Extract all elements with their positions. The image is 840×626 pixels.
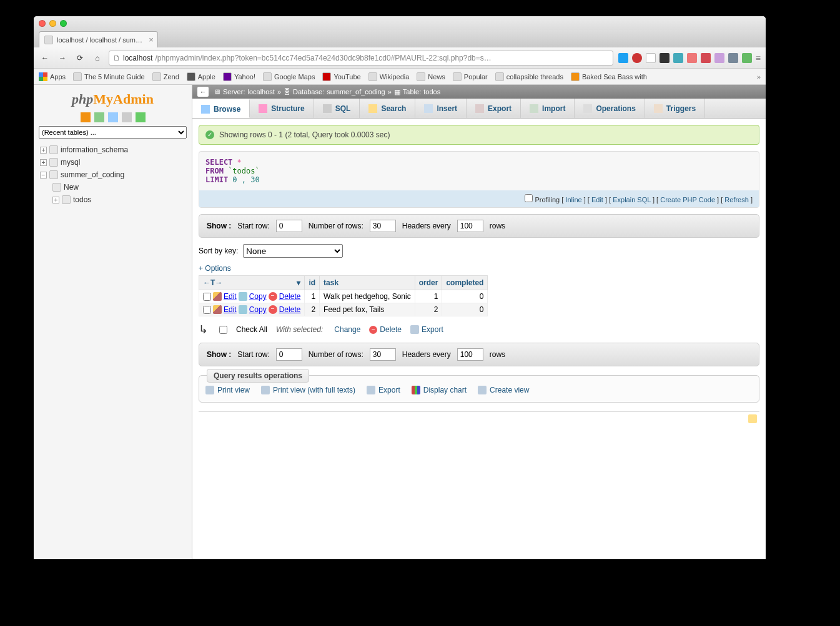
- tree-db-summer-of-coding[interactable]: −summer_of_coding: [37, 169, 192, 181]
- export-results[interactable]: Export: [367, 386, 400, 394]
- delete-row[interactable]: Delete: [279, 292, 301, 301]
- export-selected[interactable]: Export: [410, 325, 443, 334]
- delete-row[interactable]: Delete: [279, 305, 301, 314]
- reload-icon[interactable]: [136, 112, 146, 122]
- col-id[interactable]: id: [305, 276, 320, 290]
- bookmark-item[interactable]: Yahoo!: [223, 72, 255, 81]
- pocket-icon[interactable]: [701, 53, 711, 63]
- tree-table-todos[interactable]: +todos: [37, 193, 192, 206]
- logout-icon[interactable]: [94, 112, 104, 122]
- docs-icon[interactable]: [122, 112, 132, 122]
- tab-export[interactable]: Export: [467, 99, 521, 118]
- tab-operations[interactable]: Operations: [575, 99, 645, 118]
- bookmark-item[interactable]: Baked Sea Bass with: [571, 72, 647, 81]
- tree-db-information-schema[interactable]: +information_schema: [37, 144, 192, 156]
- col-order[interactable]: order: [415, 276, 442, 290]
- edit-row[interactable]: Edit: [224, 292, 237, 301]
- start-row-input[interactable]: [276, 220, 302, 232]
- breadcrumb-table[interactable]: todos: [423, 88, 440, 95]
- back-icon[interactable]: ←: [197, 87, 209, 97]
- extension-icon[interactable]: [714, 53, 724, 63]
- change-selected[interactable]: Change: [332, 325, 360, 334]
- amazon-icon[interactable]: [673, 53, 683, 63]
- sort-select[interactable]: None: [243, 244, 343, 258]
- evernote-icon[interactable]: [742, 53, 752, 63]
- star-icon[interactable]: [646, 53, 656, 63]
- minimize-window-icon[interactable]: [49, 20, 56, 27]
- apps-button[interactable]: Apps: [39, 72, 66, 81]
- tab-search[interactable]: Search: [360, 99, 415, 118]
- bookmark-item[interactable]: The 5 Minute Guide: [73, 72, 145, 81]
- collapse-icon[interactable]: −: [40, 172, 47, 179]
- tree-db-mysql[interactable]: +mysql: [37, 156, 192, 169]
- query-window-icon[interactable]: [108, 112, 118, 122]
- extension-icon[interactable]: [687, 53, 697, 63]
- tab-structure[interactable]: Structure: [250, 99, 314, 118]
- tab-insert[interactable]: Insert: [415, 99, 467, 118]
- tab-browse[interactable]: Browse: [192, 99, 250, 118]
- row-checkbox[interactable]: [203, 306, 211, 314]
- bookmark-item[interactable]: YouTube: [322, 72, 360, 81]
- bookmark-item[interactable]: Apple: [187, 72, 215, 81]
- copy-row[interactable]: Copy: [249, 305, 267, 314]
- breadcrumb-server[interactable]: localhost: [247, 88, 274, 95]
- profiling-checkbox[interactable]: [525, 194, 533, 202]
- reload-button[interactable]: ⟳: [74, 52, 86, 64]
- num-rows-input[interactable]: [370, 220, 396, 232]
- col-task[interactable]: task: [320, 276, 415, 290]
- delete-selected[interactable]: −Delete: [369, 325, 402, 334]
- copy-row[interactable]: Copy: [249, 292, 267, 301]
- print-view[interactable]: Print view: [205, 386, 250, 394]
- bookmark-item[interactable]: Wikipedia: [368, 72, 410, 81]
- forward-button[interactable]: →: [56, 52, 69, 64]
- bookmark-item[interactable]: Popular: [453, 72, 488, 81]
- tab-triggers[interactable]: Triggers: [645, 99, 705, 118]
- console-icon[interactable]: [748, 414, 757, 423]
- home-button[interactable]: ⌂: [91, 52, 104, 64]
- expand-icon[interactable]: +: [52, 197, 59, 203]
- home-icon[interactable]: [81, 112, 91, 122]
- url-field[interactable]: 🗋 localhost/phpmyadmin/index.php?token=b…: [109, 51, 613, 66]
- tab-import[interactable]: Import: [521, 99, 575, 118]
- expand-icon[interactable]: +: [40, 159, 47, 166]
- breadcrumb-database[interactable]: summer_of_coding: [327, 88, 385, 95]
- tab-sql[interactable]: SQL: [314, 99, 360, 118]
- twitter-icon[interactable]: [618, 53, 628, 63]
- expand-icon[interactable]: +: [40, 147, 47, 154]
- chevron-down-icon[interactable]: ▾: [297, 278, 300, 287]
- edit-link[interactable]: Edit: [591, 196, 603, 203]
- display-chart[interactable]: Display chart: [412, 386, 467, 394]
- check-all-checkbox[interactable]: [219, 326, 227, 334]
- back-button[interactable]: ←: [39, 52, 51, 64]
- edit-row[interactable]: Edit: [224, 305, 237, 314]
- start-row-input[interactable]: [276, 348, 302, 361]
- explain-link[interactable]: Explain SQL: [613, 196, 651, 203]
- bookmark-item[interactable]: collapsible threads: [495, 72, 563, 81]
- refresh-link[interactable]: Refresh: [724, 196, 749, 203]
- col-completed[interactable]: completed: [442, 276, 488, 290]
- inline-link[interactable]: Inline: [565, 196, 581, 203]
- zoom-window-icon[interactable]: [60, 20, 67, 27]
- bookmark-item[interactable]: Zend: [152, 72, 179, 81]
- num-rows-input[interactable]: [370, 348, 396, 361]
- bookmark-item[interactable]: Google Maps: [263, 72, 315, 81]
- browser-tab[interactable]: localhost / localhost / sum… ×: [39, 31, 158, 47]
- bookmarks-overflow-icon[interactable]: »: [757, 73, 761, 81]
- row-checkbox[interactable]: [203, 293, 211, 301]
- bookmark-item[interactable]: News: [417, 72, 445, 81]
- recent-tables-select[interactable]: (Recent tables) ...: [39, 126, 187, 139]
- headers-every-input[interactable]: [457, 220, 483, 232]
- col-nav[interactable]: ←T→ ▾: [199, 276, 305, 290]
- headers-every-input[interactable]: [457, 348, 483, 361]
- extension-icon[interactable]: [632, 53, 642, 63]
- extension-icon[interactable]: [660, 53, 670, 63]
- print-view-full[interactable]: Print view (with full texts): [261, 386, 355, 394]
- chrome-menu-icon[interactable]: ≡: [756, 53, 761, 63]
- close-window-icon[interactable]: [39, 20, 46, 27]
- tree-new-table[interactable]: New: [37, 181, 192, 193]
- options-toggle[interactable]: + Options: [199, 264, 759, 273]
- create-view[interactable]: Create view: [478, 386, 529, 394]
- create-php-link[interactable]: Create PHP Code: [660, 196, 715, 203]
- close-tab-icon[interactable]: ×: [149, 35, 154, 44]
- camera-icon[interactable]: [728, 53, 738, 63]
